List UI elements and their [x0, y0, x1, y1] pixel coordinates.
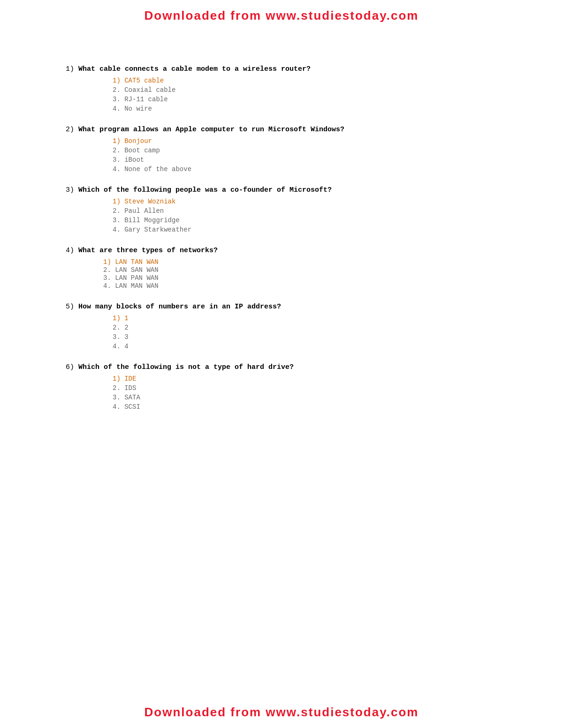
- q3-option-2: 2. Paul Allen: [113, 207, 497, 215]
- q1-options: 1) CAT5 cable 2. Coaxial cable 3. RJ-11 …: [66, 77, 497, 113]
- q3-option-4: 4. Gary Starkweather: [113, 226, 497, 233]
- q4-body: What are three types of networks?: [78, 247, 218, 255]
- q5-option-3: 3. 3: [113, 333, 497, 341]
- q1-option-1: 1) CAT5 cable: [113, 77, 497, 84]
- q1-body: What cable connects a cable modem to a w…: [78, 65, 311, 73]
- question-2: 2) What program allows an Apple computer…: [66, 126, 497, 173]
- q4-options: 1) LAN TAN WAN 2. LAN SAN WAN 3. LAN PAN…: [66, 258, 497, 290]
- q6-option-2: 2. IDS: [113, 384, 497, 392]
- q6-options: 1) IDE 2. IDS 3. SATA 4. SCSI: [66, 375, 497, 411]
- q6-option-1: 1) IDE: [113, 375, 497, 383]
- q2-option-4: 4. None of the above: [113, 165, 497, 173]
- q3-body: Which of the following people was a co-f…: [78, 186, 332, 194]
- q2-body: What program allows an Apple computer to…: [78, 126, 344, 134]
- q6-option-4: 4. SCSI: [113, 403, 497, 411]
- q6-number: 6): [66, 363, 78, 371]
- question-3: 3) Which of the following people was a c…: [66, 186, 497, 233]
- content-area: 1) What cable connects a cable modem to …: [38, 28, 525, 696]
- q3-option-3: 3. Bill Moggridge: [113, 217, 497, 224]
- q3-number: 3): [66, 186, 78, 194]
- q5-options: 1) 1 2. 2 3. 3 4. 4: [66, 315, 497, 350]
- q4-option-4: 4. LAN MAN WAN: [103, 282, 497, 290]
- question-4: 4) What are three types of networks? 1) …: [66, 247, 497, 290]
- q4-number: 4): [66, 247, 78, 255]
- q5-number: 5): [66, 303, 78, 311]
- question-5-text: 5) How many blocks of numbers are in an …: [66, 303, 497, 311]
- question-1-text: 1) What cable connects a cable modem to …: [66, 65, 497, 73]
- q2-option-2: 2. Boot camp: [113, 147, 497, 154]
- question-1: 1) What cable connects a cable modem to …: [66, 65, 497, 113]
- q5-option-1: 1) 1: [113, 315, 497, 322]
- q2-option-1: 1) Bonjour: [113, 137, 497, 145]
- q1-number: 1): [66, 65, 78, 73]
- q5-option-4: 4. 4: [113, 343, 497, 350]
- q2-option-3: 3. iBoot: [113, 156, 497, 164]
- q1-option-3: 3. RJ-11 cable: [113, 96, 497, 103]
- q3-options: 1) Steve Wozniak 2. Paul Allen 3. Bill M…: [66, 198, 497, 233]
- q5-body: How many blocks of numbers are in an IP …: [78, 303, 281, 311]
- question-4-text: 4) What are three types of networks?: [66, 247, 497, 255]
- q3-option-1: 1) Steve Wozniak: [113, 198, 497, 205]
- q6-body: Which of the following is not a type of …: [78, 363, 294, 371]
- page-container: Downloaded from www.studiestoday.com 1) …: [0, 0, 563, 728]
- header-watermark: Downloaded from www.studiestoday.com: [38, 0, 525, 28]
- q1-option-4: 4. No wire: [113, 105, 497, 113]
- question-5: 5) How many blocks of numbers are in an …: [66, 303, 497, 350]
- q4-option-1: 1) LAN TAN WAN: [103, 258, 497, 266]
- q1-option-2: 2. Coaxial cable: [113, 86, 497, 94]
- q4-option-2: 2. LAN SAN WAN: [103, 266, 497, 274]
- question-6: 6) Which of the following is not a type …: [66, 363, 497, 411]
- q6-option-3: 3. SATA: [113, 394, 497, 401]
- question-3-text: 3) Which of the following people was a c…: [66, 186, 497, 194]
- q2-options: 1) Bonjour 2. Boot camp 3. iBoot 4. None…: [66, 137, 497, 173]
- q5-option-2: 2. 2: [113, 324, 497, 331]
- question-2-text: 2) What program allows an Apple computer…: [66, 126, 497, 134]
- footer-watermark: Downloaded from www.studiestoday.com: [38, 696, 525, 728]
- q4-option-3: 3. LAN PAN WAN: [103, 274, 497, 282]
- q2-number: 2): [66, 126, 78, 134]
- question-6-text: 6) Which of the following is not a type …: [66, 363, 497, 371]
